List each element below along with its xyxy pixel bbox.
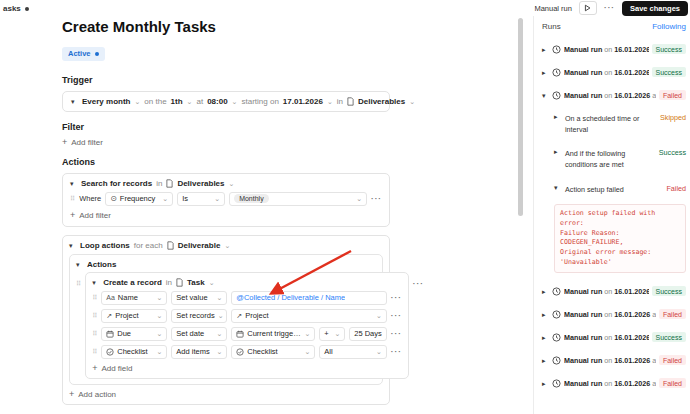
chevron-down-icon — [218, 312, 224, 319]
field-select[interactable]: Name — [101, 291, 167, 305]
loop-actions-header[interactable]: Actions — [76, 260, 376, 269]
linked-record-icon — [106, 311, 112, 320]
expand-icon[interactable] — [542, 357, 549, 364]
search-records-action: Search for records in Deliverables Where… — [62, 173, 390, 227]
trigger-table[interactable]: Deliverables — [358, 97, 405, 106]
run-play-button[interactable] — [579, 1, 597, 15]
create-record-wrapper: Create a record in Task Name — [76, 272, 376, 379]
add-condition-button[interactable]: Add filter — [70, 211, 382, 220]
drag-handle-icon[interactable] — [92, 348, 97, 355]
condition-operator-select[interactable]: Is — [177, 192, 225, 206]
condition-value-select[interactable]: Monthly — [229, 192, 367, 206]
trigger-date[interactable]: 17.01.2026 — [283, 97, 323, 106]
run-row[interactable]: Manual run on 16.01.2026 at 23:56:00 Fai… — [542, 355, 686, 365]
op-select[interactable]: Set value — [171, 291, 227, 305]
expand-icon[interactable] — [542, 69, 549, 76]
run-row[interactable]: Manual run on 16.01.2026 at 23:58:01 Fai… — [542, 309, 686, 319]
clock-icon — [552, 356, 561, 365]
op-select[interactable]: Set records — [171, 309, 227, 323]
toolbar-menu-icon[interactable] — [604, 4, 615, 12]
run-title: Manual run on 16.01.2026 at 23:58:01 — [564, 310, 656, 319]
loop-add-action-label: Add action — [78, 390, 116, 399]
expand-icon[interactable] — [542, 288, 549, 295]
field-select[interactable]: Project — [101, 309, 167, 323]
save-changes-button[interactable]: Save changes — [622, 1, 688, 16]
loop-header[interactable]: Loop actions for each Deliverable — [69, 241, 383, 250]
field-select[interactable]: Due — [101, 327, 167, 341]
run-row[interactable]: Manual run on 16.01.2026 at 23:59:3 Succ… — [542, 44, 686, 54]
search-action-header[interactable]: Search for records in Deliverables — [70, 179, 382, 188]
expand-icon[interactable] — [542, 46, 549, 53]
scope-select[interactable]: All — [319, 345, 387, 359]
field-row-due: Due Set date Current trigger d… — [92, 327, 402, 341]
date-value-select[interactable]: Current trigger d… — [231, 327, 315, 341]
add-filter-button[interactable]: Add filter — [62, 138, 390, 147]
op-select[interactable]: Add items — [171, 345, 227, 359]
create-record-header[interactable]: Create a record in Task — [92, 278, 402, 287]
collapse-icon[interactable] — [76, 261, 83, 268]
plus-icon — [70, 211, 75, 220]
run-row[interactable]: Manual run on 16.01.2026 at 23:57:4 Succ… — [542, 332, 686, 342]
collapse-icon[interactable] — [92, 279, 99, 286]
collapse-icon[interactable] — [70, 180, 77, 187]
expand-icon[interactable] — [542, 380, 549, 387]
create-title: Create a record — [103, 278, 162, 287]
trigger-day[interactable]: 1th — [171, 97, 183, 106]
condition-value-pill: Monthly — [234, 194, 269, 203]
search-table[interactable]: Deliverables — [177, 179, 224, 188]
op-label: Set value — [176, 293, 207, 302]
row-menu-icon[interactable] — [391, 348, 402, 356]
loop-table[interactable]: Deliverable — [178, 241, 221, 250]
add-field-button[interactable]: Add field — [92, 364, 402, 373]
value-input[interactable]: @Collected / Deliverable / Name — [231, 291, 387, 305]
collapse-icon[interactable] — [71, 98, 78, 105]
items-source-select[interactable]: Checklist — [231, 345, 315, 359]
run-row[interactable]: Manual run on 16.01.2026 at 23:59:0 Succ… — [542, 67, 686, 77]
trigger-interval[interactable]: Every month — [82, 97, 130, 106]
collapse-icon[interactable] — [542, 92, 549, 99]
run-step[interactable]: Action setup failed Failed — [554, 184, 686, 195]
main-scrollbar[interactable] — [518, 18, 523, 216]
run-row[interactable]: Manual run on 16.01.2026 at 23:55:16 Fai… — [542, 378, 686, 388]
expand-icon[interactable] — [542, 311, 549, 318]
chevron-down-icon — [156, 312, 162, 319]
value-select[interactable]: Project — [231, 309, 387, 323]
drag-handle-icon[interactable] — [70, 195, 75, 202]
create-table[interactable]: Task — [187, 278, 205, 287]
collapse-icon[interactable] — [69, 242, 76, 249]
field-select[interactable]: Checklist — [101, 345, 167, 359]
drag-handle-icon[interactable] — [76, 280, 81, 287]
row-menu-icon[interactable] — [371, 195, 382, 203]
run-row[interactable]: Manual run on 16.01.2026 at 23:58:0 Succ… — [542, 286, 686, 296]
drag-handle-icon[interactable] — [92, 330, 97, 337]
expand-icon[interactable] — [554, 113, 561, 120]
clock-icon — [552, 45, 561, 54]
row-menu-icon[interactable] — [391, 312, 402, 320]
status-toggle[interactable]: Active — [62, 47, 105, 61]
field-name: Due — [117, 329, 131, 338]
drag-handle-icon[interactable] — [92, 312, 97, 319]
row-menu-icon[interactable] — [391, 330, 402, 338]
following-link[interactable]: Following — [652, 22, 686, 31]
action-menu-icon[interactable] — [413, 280, 424, 288]
condition-field-select[interactable]: Frequency — [105, 192, 173, 206]
expand-icon[interactable] — [542, 334, 549, 341]
single-select-icon — [110, 194, 117, 203]
math-op-select[interactable]: + — [319, 327, 345, 341]
op-select[interactable]: Set date — [171, 327, 227, 341]
duration-input[interactable]: 25 Days — [349, 327, 387, 341]
run-status-badge: Success — [652, 332, 686, 342]
row-menu-icon[interactable] — [391, 294, 402, 302]
run-title: Manual run on 16.01.2026 at 23:58:51 — [564, 91, 656, 100]
trigger-time[interactable]: 08:00 — [207, 97, 227, 106]
run-row-expanded[interactable]: Manual run on 16.01.2026 at 23:58:51 Fai… — [542, 90, 686, 100]
trigger-config-row[interactable]: Every month on the 1th at 08:00 starting… — [62, 91, 390, 112]
collapse-icon[interactable] — [554, 184, 561, 191]
clock-icon — [552, 68, 561, 77]
expand-icon[interactable] — [554, 148, 561, 155]
drag-handle-icon[interactable] — [92, 294, 97, 301]
run-step[interactable]: On a scheduled time or interval Skipped — [554, 113, 686, 135]
sidebar-item-truncated[interactable]: asks — [3, 4, 29, 13]
run-step[interactable]: And if the following conditions are met … — [554, 148, 686, 170]
loop-add-action-button[interactable]: Add action — [69, 390, 383, 399]
